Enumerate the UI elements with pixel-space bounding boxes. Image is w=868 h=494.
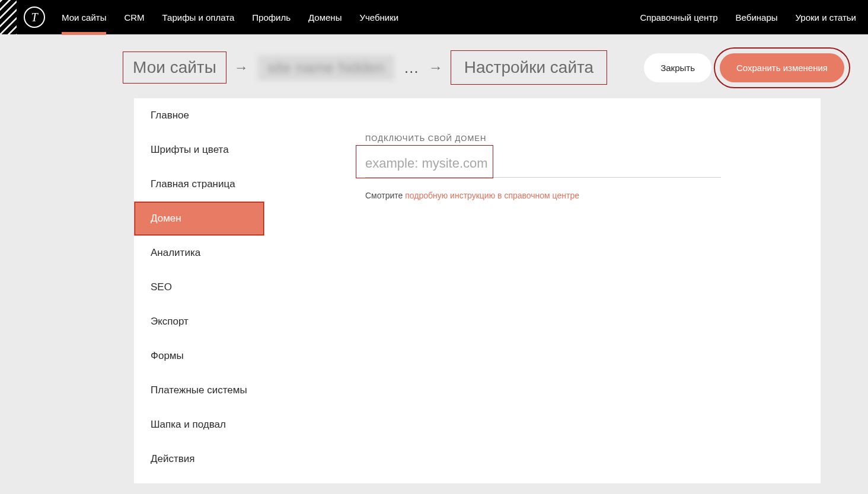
sidebar-item-main[interactable]: Главное	[134, 98, 264, 133]
secondary-nav: Справочный центр Вебинары Уроки и статьи	[640, 2, 856, 33]
save-button[interactable]: Сохранить изменения	[720, 53, 844, 82]
breadcrumb-ellipsis: …	[404, 59, 419, 77]
nav-my-sites[interactable]: Мои сайты	[62, 2, 106, 33]
settings-panel: Главное Шрифты и цвета Главная страница …	[134, 98, 821, 483]
sidebar-item-actions[interactable]: Действия	[134, 442, 264, 476]
nav-plans[interactable]: Тарифы и оплата	[162, 2, 235, 33]
sidebar-item-fonts[interactable]: Шрифты и цвета	[134, 133, 264, 167]
logo-icon[interactable]: T	[24, 7, 45, 28]
nav-crm[interactable]: CRM	[124, 2, 144, 33]
sidebar-item-homepage[interactable]: Главная страница	[134, 167, 264, 201]
breadcrumb-site-name[interactable]: site name hidden	[258, 55, 394, 81]
sidebar-item-analytics[interactable]: Аналитика	[134, 236, 264, 270]
close-button[interactable]: Закрыть	[644, 53, 711, 82]
arrow-icon: →	[429, 59, 443, 76]
nav-domains[interactable]: Домены	[308, 2, 342, 33]
breadcrumb-root[interactable]: Мои сайты	[125, 53, 225, 82]
help-link[interactable]: подробную инструкцию в справочном центре	[405, 191, 579, 200]
nav-tutorials[interactable]: Учебники	[359, 2, 398, 33]
page-actions: Закрыть Сохранить изменения	[644, 53, 844, 82]
settings-sidebar: Главное Шрифты и цвета Главная страница …	[134, 98, 264, 483]
arrow-icon: →	[234, 59, 248, 76]
domain-field-label: ПОДКЛЮЧИТЬ СВОЙ ДОМЕН	[365, 134, 785, 143]
nav-profile[interactable]: Профиль	[252, 2, 291, 33]
domain-input[interactable]	[365, 152, 721, 178]
domain-input-wrap	[365, 152, 721, 178]
sidebar-item-header-footer[interactable]: Шапка и подвал	[134, 408, 264, 442]
nav-articles[interactable]: Уроки и статьи	[796, 2, 856, 33]
sidebar-item-forms[interactable]: Формы	[134, 339, 264, 373]
top-bar: T Мои сайты CRM Тарифы и оплата Профиль …	[0, 0, 868, 34]
breadcrumb-current: Настройки сайта	[452, 52, 605, 83]
help-prefix: Смотрите	[365, 191, 405, 200]
decorative-pattern	[0, 0, 17, 34]
nav-help-center[interactable]: Справочный центр	[640, 2, 717, 33]
settings-content: ПОДКЛЮЧИТЬ СВОЙ ДОМЕН Смотрите подробную…	[264, 98, 821, 483]
sidebar-item-domain[interactable]: Домен	[134, 201, 264, 236]
logo-area: T	[0, 0, 53, 34]
sidebar-item-seo[interactable]: SEO	[134, 270, 264, 304]
primary-nav: Мои сайты CRM Тарифы и оплата Профиль До…	[62, 2, 398, 33]
sidebar-item-payments[interactable]: Платежные системы	[134, 373, 264, 408]
sidebar-item-export[interactable]: Экспорт	[134, 304, 264, 339]
domain-help-text: Смотрите подробную инструкцию в справочн…	[365, 191, 785, 200]
nav-webinars[interactable]: Вебинары	[736, 2, 778, 33]
breadcrumb-row: Мои сайты → site name hidden … → Настрой…	[0, 34, 868, 98]
